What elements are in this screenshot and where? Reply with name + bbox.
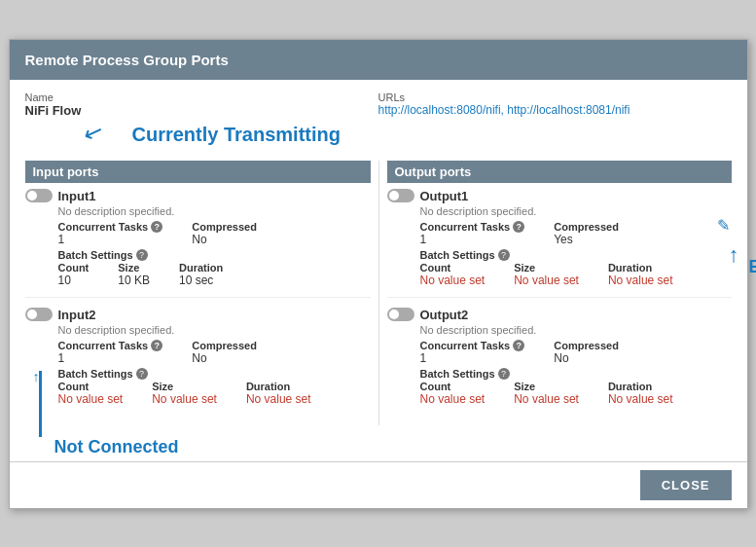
output-port-1-details: Concurrent Tasks ? 1 Compressed Yes Batc… [420,221,732,287]
input-port-2-concurrent-label: Concurrent Tasks ? [58,340,163,351]
output-port-2-count: Count No value set [420,381,486,406]
input-port-1-batch-row: Count 10 Size 10 KB Duration 10 sec [58,262,371,287]
output-port-2-name: Output2 [420,308,469,322]
input-port-1-size-value: 10 KB [118,274,150,287]
input-port-1-size-label: Size [118,262,150,274]
input-port-1-size: Size 10 KB [118,262,150,287]
concurrent-help-icon-o2[interactable]: ? [513,340,524,351]
input-port-2-count: Count No value set [58,381,124,406]
output-port-2-count-label: Count [420,381,486,392]
name-section: Name NiFi Flow [25,91,378,118]
output-port-2-count-value: No value set [420,392,486,406]
input-port-2-toggle[interactable] [25,308,53,321]
output-port-1-batch-label-row: Batch Settings ? [420,249,732,261]
output-port-2-header: Output2 [387,308,732,322]
output-port-1-size: Size No value set [514,262,579,287]
output-port-2-details: Concurrent Tasks ? 1 Compressed No Batch… [420,340,732,406]
output-port-2-toggle[interactable] [387,308,414,321]
input-port-1-compressed: Compressed No [192,221,257,246]
urls-label: URLs [378,91,732,103]
input-port-2-compressed-label: Compressed [192,340,257,351]
input-port-2-concurrent: Concurrent Tasks ? 1 [58,340,163,365]
batch-help-icon-o2[interactable]: ? [498,368,510,380]
input-port-2-duration-value: No value set [246,392,311,406]
output-port-2-desc: No description specified. [420,324,732,336]
input-port-1: Input1 No description specified. Concurr… [25,189,371,298]
batch-help-icon-o1[interactable]: ? [498,249,510,261]
concurrent-help-icon[interactable]: ? [151,221,162,233]
input-port-1-details: Concurrent Tasks ? 1 Compressed No Batch… [58,221,371,287]
output-port-1-count: Count No value set [420,262,486,287]
output-port-1-compressed: Compressed Yes [554,221,619,246]
input-port-2-compressed: Compressed No [192,340,257,365]
input-port-1-count-value: 10 [58,274,90,287]
output-port-1-compressed-label: Compressed [554,221,619,233]
input-ports-header: Input ports [25,161,371,183]
input-port-2-batch-row: Count No value set Size No value set Dur… [58,381,371,406]
urls-value: http://localhost:8080/nifi, http://local… [378,103,732,117]
concurrent-help-icon-o1[interactable]: ? [513,221,524,233]
input-port-1-duration-label: Duration [179,262,223,274]
output-port-2-duration-value: No value set [608,392,673,406]
ports-container: Input ports Input1 No description specif… [25,161,732,425]
output-port-1-header: Output1 [387,189,732,203]
input-ports-header-text: Input ports [33,164,99,179]
input-port-2: Input2 No description specified. Concurr… [25,308,371,416]
output-port-1: Output1 No description specified. ✎ ↑ Ed… [387,189,732,298]
output-port-2: Output2 No description specified. Concur… [387,308,732,416]
output-port-1-name: Output1 [420,189,469,203]
input-port-2-size-value: No value set [152,392,217,406]
input-port-1-concurrent-value: 1 [58,233,163,246]
output-port-1-batch-label: Batch Settings [420,249,495,261]
dialog-title-text: Remote Process Group Ports [25,52,229,68]
batch-help-icon-2[interactable]: ? [136,368,148,380]
dialog-title: Remote Process Group Ports [10,40,747,80]
not-connected-section: ↑ Not Connected [25,429,732,461]
transmitting-annotation: ↗ Currently Transmitting [25,128,732,157]
dialog-footer: CLOSE [10,461,747,508]
input-port-2-duration: Duration No value set [246,381,311,406]
output-ports-section: Output ports Output1 No description spec… [378,161,732,425]
output-port-2-size: Size No value set [514,381,579,406]
not-connected-label: Not Connected [54,429,732,461]
input-port-1-batch-label: Batch Settings [58,249,133,261]
transmitting-arrow-icon: ↗ [79,117,106,149]
input-port-1-count: Count 10 [58,262,90,287]
close-button[interactable]: CLOSE [640,470,732,500]
output-port-2-batch-label: Batch Settings [420,368,495,380]
output-port-1-count-value: No value set [420,274,486,287]
output-port-1-concurrent: Concurrent Tasks ? 1 [420,221,525,246]
output-port-1-duration-value: No value set [608,274,673,287]
output-port-1-concurrent-value: 1 [420,233,525,246]
input-port-2-count-value: No value set [58,392,124,406]
output-port-2-compressed-value: No [554,351,619,365]
input-port-2-size-label: Size [152,381,217,392]
input-port-1-compressed-label: Compressed [192,221,257,233]
input-port-1-header: Input1 [25,189,371,203]
input-port-2-details: Concurrent Tasks ? 1 Compressed No Batch… [58,340,371,406]
input-port-2-desc: No description specified. [58,324,371,336]
input-port-1-toggle[interactable] [25,189,53,202]
output-port-2-concurrent-label: Concurrent Tasks ? [420,340,525,351]
input-port-1-duration: Duration 10 sec [179,262,223,287]
output-port-1-duration-label: Duration [608,262,673,274]
output-port-2-batch-label-row: Batch Settings ? [420,368,732,380]
input-port-1-concurrent-label: Concurrent Tasks ? [58,221,163,233]
output-port-1-batch-row: Count No value set Size No value set Dur… [420,262,732,287]
input-port-1-concurrent: Concurrent Tasks ? 1 [58,221,163,246]
edit-pencil-icon[interactable]: ✎ [717,216,730,235]
input-port-2-compressed-value: No [192,351,257,365]
input-port-1-concurrent-row: Concurrent Tasks ? 1 Compressed No [58,221,371,246]
output-port-2-concurrent-value: 1 [420,351,525,365]
input-port-2-size: Size No value set [152,381,217,406]
edit-label: Edit [749,257,757,277]
output-port-1-size-label: Size [514,262,579,274]
output-port-2-concurrent-row: Concurrent Tasks ? 1 Compressed No [420,340,732,365]
input-port-1-desc: No description specified. [58,205,371,217]
output-port-1-toggle[interactable] [387,189,414,202]
output-port-1-concurrent-label: Concurrent Tasks ? [420,221,525,233]
concurrent-help-icon-2[interactable]: ? [151,340,162,351]
top-info: Name NiFi Flow URLs http://localhost:808… [25,91,732,118]
batch-help-icon-1[interactable]: ? [136,249,148,261]
input-port-2-batch-label-row: Batch Settings ? [58,368,371,380]
